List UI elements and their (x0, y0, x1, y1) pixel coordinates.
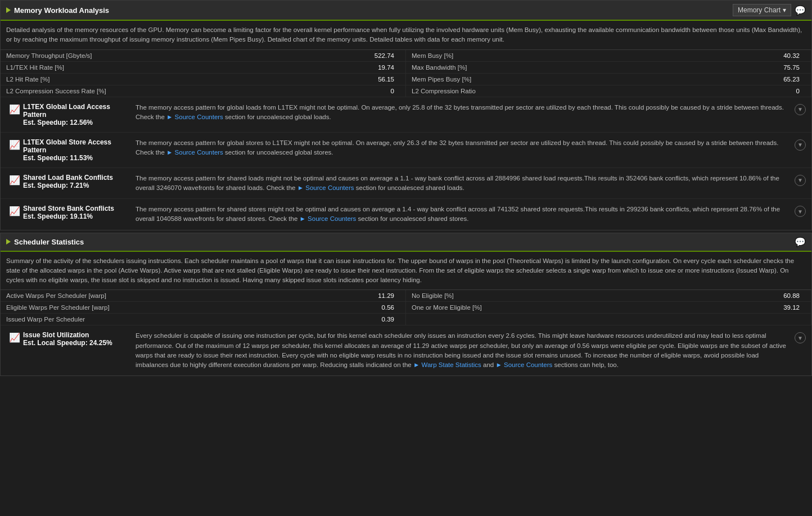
chart-icon-shared-store: 📈 (9, 206, 20, 216)
metric-value-one-more-eligible: 39.12 (772, 304, 805, 311)
analysis-item-shared-load-bank: 📈 Shared Load Bank Conflicts Est. Speedu… (1, 168, 811, 200)
analysis-speedup-issue-slot: Est. Local Speedup: 24.25% (23, 339, 127, 347)
metric-label-no-eligible: No Eligible [%] (412, 292, 772, 299)
metric-value-l2compress-ratio: 0 (772, 88, 805, 94)
analysis-speedup-l1tex-store: Est. Speedup: 11.53% (23, 154, 127, 162)
metric-row-l2compress-rate: L2 Compression Success Rate [%] 0 (1, 85, 406, 97)
memory-workload-section: Memory Workload Analysis Memory Chart ▾ … (0, 0, 812, 230)
scheduler-header-right: 💬 (795, 237, 806, 247)
metric-value-no-eligible: 60.88 (772, 292, 805, 299)
analysis-text-l1tex-load: The memory access pattern for global loa… (136, 103, 789, 123)
analysis-icon-l1tex-load: 📈 (6, 103, 23, 115)
source-counters-link-shared-load[interactable]: ► Source Counters (297, 184, 354, 191)
memory-chart-label: Memory Chart (738, 6, 781, 14)
metric-label-one-more-eligible: One or More Eligible [%] (412, 304, 772, 311)
memory-section-header: Memory Workload Analysis Memory Chart ▾ … (1, 1, 811, 21)
metric-row-throughput: Memory Throughput [Gbyte/s] 522.74 (1, 50, 406, 62)
metric-row-active-warps: Active Warps Per Scheduler [warp] 11.29 (1, 290, 406, 302)
metric-label-maxbw: Max Bandwidth [%] (412, 64, 772, 71)
analysis-label-l1tex-load: L1TEX Global Load Access Pattern Est. Sp… (23, 103, 136, 126)
analysis-item-l1tex-load: 📈 L1TEX Global Load Access Pattern Est. … (1, 97, 811, 133)
chart-icon-shared-load: 📈 (9, 175, 20, 185)
analysis-arrow-shared-store-bank[interactable]: ▼ (789, 205, 806, 217)
metric-value-issued-warp: 0.39 (366, 316, 400, 323)
analysis-title-shared-load-bank: Shared Load Bank Conflicts (23, 174, 127, 182)
metric-value-l2hitrate: 56.15 (366, 76, 400, 83)
analysis-text-after-issue-slot: sections can help, too. (552, 361, 619, 368)
dropdown-arrow-icon: ▾ (783, 6, 786, 14)
metric-row-l2hitrate: L2 Hit Rate [%] 56.15 (1, 74, 406, 85)
analysis-label-shared-store-bank: Shared Store Bank Conflicts Est. Speedup… (23, 205, 136, 220)
analysis-text-after-l1tex-load: section for uncoalesced global loads. (223, 114, 331, 120)
source-counters-link-l1tex-store[interactable]: ► Source Counters (166, 149, 223, 156)
expand-btn-shared-load[interactable]: ▼ (795, 175, 806, 186)
memory-chat-icon[interactable]: 💬 (795, 5, 806, 16)
analysis-icon-issue-slot: 📈 (6, 331, 23, 343)
chart-icon-l1tex-load: 📈 (9, 104, 20, 115)
memory-chart-button[interactable]: Memory Chart ▾ (733, 4, 791, 16)
metric-label-l2compress-ratio: L2 Compression Ratio (412, 88, 772, 94)
scheduler-metrics-grid: Active Warps Per Scheduler [warp] 11.29 … (1, 290, 811, 325)
metric-label-membusy: Mem Busy [%] (412, 52, 772, 59)
expand-btn-l1tex-store[interactable]: ▼ (795, 139, 806, 151)
metric-label-throughput: Memory Throughput [Gbyte/s] (6, 52, 366, 59)
scheduler-chat-icon[interactable]: 💬 (795, 237, 806, 247)
metric-label-issued-warp: Issued Warp Per Scheduler (6, 316, 366, 323)
metric-value-membusy: 40.32 (772, 52, 805, 59)
analysis-item-shared-store-bank: 📈 Shared Store Bank Conflicts Est. Speed… (1, 199, 811, 230)
analysis-text-shared-store-bank: The memory access pattern for shared sto… (136, 205, 789, 224)
analysis-arrow-l1tex-store[interactable]: ▼ (789, 138, 806, 151)
analysis-item-l1tex-store: 📈 L1TEX Global Store Access Pattern Est.… (1, 133, 811, 168)
analysis-speedup-shared-load-bank: Est. Speedup: 7.21% (23, 182, 127, 189)
analysis-arrow-shared-load-bank[interactable]: ▼ (789, 174, 806, 186)
scheduler-section: Scheduler Statistics 💬 Summary of the ac… (0, 233, 812, 377)
memory-section-title: Memory Workload Analysis (14, 6, 109, 15)
analysis-title-shared-store-bank: Shared Store Bank Conflicts (23, 205, 127, 212)
metric-value-l1hitrate: 19.74 (366, 64, 400, 71)
analysis-text-shared-load-bank: The memory access pattern for shared loa… (136, 174, 789, 193)
analysis-icon-l1tex-store: 📈 (6, 138, 23, 150)
chart-icon-issue-slot: 📈 (9, 332, 20, 343)
analysis-title-issue-slot: Issue Slot Utilization (23, 331, 127, 339)
analysis-arrow-l1tex-load[interactable]: ▼ (789, 103, 806, 115)
expand-btn-l1tex-load[interactable]: ▼ (795, 104, 806, 115)
scheduler-header-left: Scheduler Statistics (6, 238, 84, 246)
metric-label-active-warps: Active Warps Per Scheduler [warp] (6, 292, 366, 299)
analysis-text-issue-slot: Every scheduler is capable of issuing on… (136, 331, 789, 370)
metric-value-eligible-warps: 0.56 (366, 304, 400, 311)
source-counters-link-scheduler[interactable]: ► Source Counters (495, 361, 552, 368)
expand-btn-shared-store[interactable]: ▼ (795, 206, 806, 217)
scheduler-description: Summary of the activity of the scheduler… (1, 252, 811, 291)
memory-metrics-grid: Memory Throughput [Gbyte/s] 522.74 Mem B… (1, 50, 811, 97)
metric-row-no-eligible: No Eligible [%] 60.88 (406, 290, 811, 302)
metric-label-l1hitrate: L1/TEX Hit Rate [%] (6, 64, 366, 71)
memory-description: Detailed analysis of the memory resource… (1, 21, 811, 50)
source-counters-link-shared-store[interactable]: ► Source Counters (300, 215, 357, 222)
analysis-arrow-issue-slot[interactable]: ▼ (789, 331, 806, 343)
metric-label-l2hitrate: L2 Hit Rate [%] (6, 76, 366, 83)
metric-row-membusy: Mem Busy [%] 40.32 (406, 50, 811, 62)
metric-value-throughput: 522.74 (366, 52, 400, 59)
metric-row-eligible-warps: Eligible Warps Per Scheduler [warp] 0.56 (1, 302, 406, 314)
metric-row-issued-warp: Issued Warp Per Scheduler 0.39 (1, 314, 406, 325)
scheduler-section-header: Scheduler Statistics 💬 (1, 233, 811, 252)
analysis-speedup-shared-store-bank: Est. Speedup: 19.11% (23, 212, 127, 220)
scheduler-expand-icon[interactable] (6, 239, 11, 245)
metric-value-mempipebusy: 65.23 (772, 76, 805, 83)
analysis-text-l1tex-store: The memory access pattern for global sto… (136, 138, 789, 158)
metric-label-l2compress-rate: L2 Compression Success Rate [%] (6, 88, 366, 94)
expand-icon[interactable] (6, 7, 11, 13)
analysis-text-after-shared-load: section for uncoalesced shared loads. (354, 184, 464, 191)
analysis-icon-shared-load-bank: 📈 (6, 174, 23, 185)
chart-icon-l1tex-store: 📈 (9, 139, 20, 150)
analysis-speedup-l1tex-load: Est. Speedup: 12.56% (23, 119, 127, 126)
source-counters-link-l1tex-load[interactable]: ► Source Counters (166, 114, 223, 120)
memory-header-right: Memory Chart ▾ 💬 (733, 4, 806, 16)
expand-btn-issue-slot[interactable]: ▼ (795, 332, 806, 343)
metric-label-mempipebusy: Mem Pipes Busy [%] (412, 76, 772, 83)
analysis-item-issue-slot: 📈 Issue Slot Utilization Est. Local Spee… (1, 325, 811, 375)
metric-value-active-warps: 11.29 (366, 292, 400, 299)
metric-value-maxbw: 75.75 (772, 64, 805, 71)
analysis-text-after-shared-store: section for uncoalesced shared stores. (356, 215, 468, 222)
warp-state-link[interactable]: ► Warp State Statistics (413, 361, 481, 368)
